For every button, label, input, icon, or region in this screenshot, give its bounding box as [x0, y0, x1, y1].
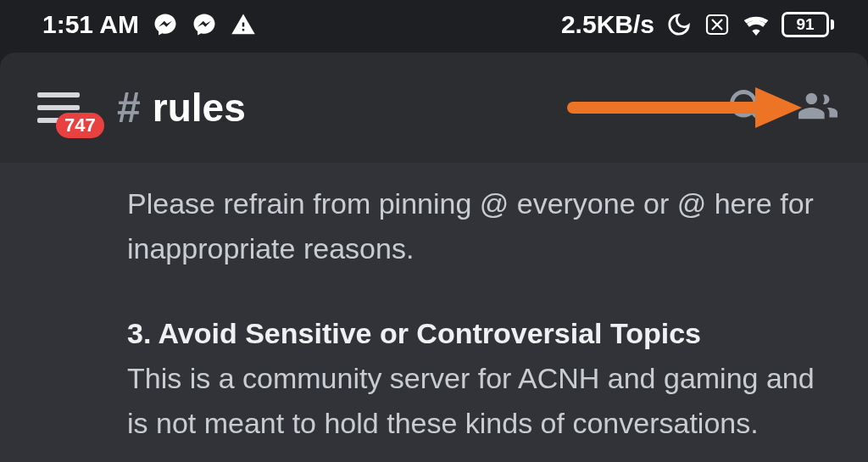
vibrate-icon	[704, 14, 731, 36]
clock-time: 1:51 AM	[42, 10, 139, 39]
channel-name: rules	[153, 85, 246, 131]
do-not-disturb-icon	[666, 12, 692, 37]
channel-header: 747 # rules	[0, 53, 868, 163]
menu-button[interactable]: 747	[37, 91, 80, 125]
members-button[interactable]	[798, 86, 837, 129]
channel-content[interactable]: Please refrain from pinning @ everyone o…	[0, 163, 868, 462]
search-button[interactable]	[727, 87, 765, 128]
rule-3-body: This is a community server for ACNH and …	[127, 362, 815, 439]
notification-badge: 747	[56, 113, 104, 138]
messenger-icon	[153, 12, 178, 37]
battery-percent: 91	[796, 15, 814, 34]
channel-hash-icon: #	[117, 83, 141, 132]
status-left-group: 1:51 AM	[42, 10, 256, 39]
android-status-bar: 1:51 AM 2.5KB/s 91	[0, 0, 868, 49]
battery-indicator: 91	[782, 12, 834, 37]
rule-2-continuation: Please refrain from pinning @ everyone o…	[127, 181, 829, 270]
rule-3-block: 3. Avoid Sensitive or Controversial Topi…	[127, 311, 829, 445]
warning-icon	[231, 12, 256, 37]
network-speed: 2.5KB/s	[561, 10, 654, 39]
status-right-group: 2.5KB/s 91	[561, 10, 834, 39]
header-actions	[727, 86, 837, 129]
wifi-icon	[743, 14, 770, 36]
rule-3-title: 3. Avoid Sensitive or Controversial Topi…	[127, 317, 701, 349]
messenger-icon	[192, 12, 217, 37]
svg-line-2	[752, 112, 760, 120]
